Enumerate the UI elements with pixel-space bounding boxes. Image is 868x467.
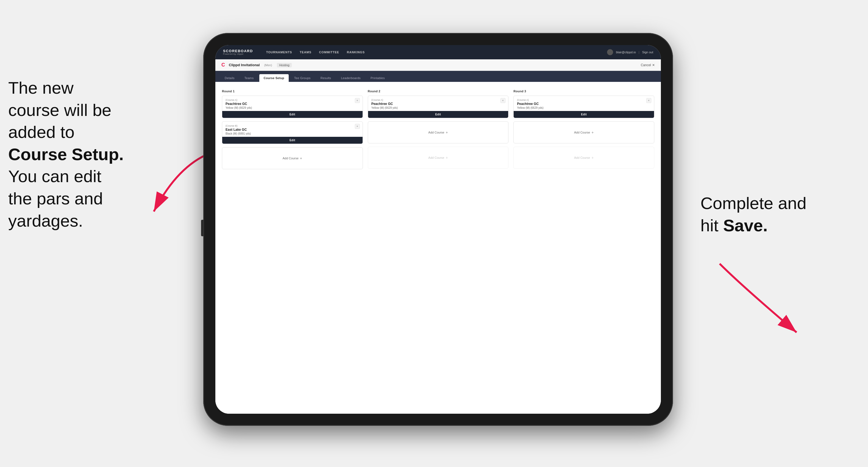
- round1-course-a-label: (Course A): [225, 99, 359, 101]
- round3-course-a-details: Yellow (M) (6629 yds): [517, 106, 651, 109]
- nav-committee[interactable]: COMMITTEE: [319, 50, 339, 55]
- round3-add-course-button[interactable]: Add Course +: [514, 121, 654, 144]
- arrow-right-icon: [714, 258, 818, 341]
- round2-course-a-details: Yellow (M) (6629 yds): [371, 106, 505, 109]
- sign-out-link[interactable]: Sign out: [642, 51, 653, 54]
- tab-tee-groups[interactable]: Tee Groups: [290, 74, 315, 82]
- hosting-badge: Hosting: [277, 63, 291, 67]
- round1-add-plus-icon: +: [300, 156, 302, 160]
- tab-details[interactable]: Details: [220, 74, 239, 82]
- cancel-button[interactable]: Cancel ✕: [641, 63, 655, 67]
- round1-course-a-edit-button[interactable]: Edit: [222, 111, 363, 118]
- round1-course-b-header: (Course B) East Lake GC Black (M) (6891 …: [222, 122, 363, 137]
- tab-results[interactable]: Results: [316, 74, 336, 82]
- round-1-label: Round 1: [222, 90, 363, 93]
- round2-add-course-disabled: Add Course +: [368, 147, 509, 169]
- tablet-side-button: [201, 220, 203, 236]
- round3-add-plus-disabled-icon: +: [591, 155, 594, 160]
- round1-course-b-card: ✕ (Course B) East Lake GC Black (M) (689…: [222, 121, 363, 144]
- round1-course-a-details: Yellow (M) (6629 yds): [225, 106, 359, 109]
- round2-add-plus-disabled-icon: +: [445, 155, 448, 160]
- top-navigation: SCOREBOARD Powered by clippd TOURNAMENTS…: [215, 45, 661, 59]
- sub-nav-logo: C: [221, 62, 225, 68]
- round2-add-course-label: Add Course +: [428, 130, 448, 134]
- main-content: Round 1 ✕ (Course A) Peachtree GC Yellow…: [215, 82, 661, 414]
- round1-course-b-edit-button[interactable]: Edit: [222, 137, 363, 144]
- round1-course-b-delete[interactable]: ✕: [355, 124, 360, 129]
- brand-subtitle: Powered by clippd: [223, 53, 253, 56]
- round1-course-a-card: ✕ (Course A) Peachtree GC Yellow (M) (66…: [222, 96, 363, 118]
- tab-bar: Details Teams Course Setup Tee Groups Re…: [215, 71, 661, 82]
- round2-course-a-delete[interactable]: ✕: [500, 98, 505, 103]
- brand-title: SCOREBOARD: [223, 49, 253, 53]
- round-3-label: Round 3: [514, 90, 654, 93]
- round-3-column: Round 3 ✕ (Course A) Peachtree GC Yellow…: [514, 90, 654, 173]
- round1-course-b-label: (Course B): [225, 124, 359, 127]
- round1-course-b-details: Black (M) (6891 yds): [225, 132, 359, 135]
- nav-right-section: blair@clippd.io | Sign out: [607, 49, 653, 55]
- round1-add-course-label: Add Course +: [283, 156, 302, 160]
- round2-add-course-disabled-label: Add Course +: [428, 155, 448, 160]
- cancel-icon: ✕: [652, 63, 655, 67]
- tournament-name: Clippd Invitational: [229, 63, 260, 67]
- round3-course-a-card: ✕ (Course A) Peachtree GC Yellow (M) (66…: [514, 96, 654, 118]
- round2-course-a-header: (Course A) Peachtree GC Yellow (M) (6629…: [368, 96, 508, 111]
- round1-course-a-name: Peachtree GC: [225, 102, 359, 106]
- round-1-column: Round 1 ✕ (Course A) Peachtree GC Yellow…: [222, 90, 363, 173]
- round3-add-course-disabled: Add Course +: [514, 147, 654, 169]
- brand-logo: SCOREBOARD Powered by clippd: [223, 49, 253, 56]
- round3-course-a-delete[interactable]: ✕: [646, 98, 651, 103]
- nav-tournaments[interactable]: TOURNAMENTS: [266, 50, 292, 55]
- round1-course-a-delete[interactable]: ✕: [355, 98, 360, 103]
- sub-navigation: C Clippd Invitational (Men) Hosting Canc…: [215, 59, 661, 71]
- tablet-device: SCOREBOARD Powered by clippd TOURNAMENTS…: [203, 33, 673, 426]
- round3-course-a-name: Peachtree GC: [517, 102, 651, 106]
- round3-course-a-header: (Course A) Peachtree GC Yellow (M) (6629…: [514, 96, 654, 111]
- round2-add-course-button[interactable]: Add Course +: [368, 121, 509, 144]
- round3-add-course-label: Add Course +: [574, 130, 594, 134]
- round2-add-plus-icon: +: [445, 130, 448, 134]
- rounds-container: Round 1 ✕ (Course A) Peachtree GC Yellow…: [222, 89, 654, 174]
- nav-divider: |: [639, 51, 640, 54]
- nav-links: TOURNAMENTS TEAMS COMMITTEE RANKINGS: [266, 50, 598, 55]
- tab-leaderboards[interactable]: Leaderboards: [337, 74, 365, 82]
- nav-rankings[interactable]: RANKINGS: [347, 50, 365, 55]
- round1-add-course-button[interactable]: Add Course +: [222, 147, 363, 169]
- round2-course-a-card: ✕ (Course A) Peachtree GC Yellow (M) (66…: [368, 96, 509, 118]
- round1-course-a-header: (Course A) Peachtree GC Yellow (M) (6629…: [222, 96, 363, 111]
- tab-printables[interactable]: Printables: [366, 74, 389, 82]
- round2-course-a-edit-button[interactable]: Edit: [368, 111, 508, 118]
- round3-course-a-label: (Course A): [517, 99, 651, 101]
- user-avatar: [607, 49, 613, 55]
- round3-add-plus-icon: +: [591, 130, 594, 134]
- round2-course-a-label: (Course A): [371, 99, 505, 101]
- user-email: blair@clippd.io: [616, 51, 636, 54]
- round3-add-course-disabled-label: Add Course +: [574, 155, 594, 160]
- round2-course-a-name: Peachtree GC: [371, 102, 505, 106]
- round-2-label: Round 2: [368, 90, 509, 93]
- tablet-screen: SCOREBOARD Powered by clippd TOURNAMENTS…: [215, 45, 661, 414]
- round-2-column: Round 2 ✕ (Course A) Peachtree GC Yellow…: [368, 90, 509, 173]
- sub-nav-left: C Clippd Invitational (Men) Hosting: [221, 62, 292, 68]
- gender-badge: (Men): [264, 63, 272, 67]
- tab-course-setup[interactable]: Course Setup: [259, 74, 289, 82]
- round1-course-b-name: East Lake GC: [225, 128, 359, 132]
- round3-course-a-edit-button[interactable]: Edit: [514, 111, 654, 118]
- annotation-right: Complete and hit Save.: [701, 192, 860, 237]
- nav-teams[interactable]: TEAMS: [300, 50, 311, 55]
- cancel-label: Cancel: [641, 63, 651, 67]
- tab-teams[interactable]: Teams: [240, 74, 258, 82]
